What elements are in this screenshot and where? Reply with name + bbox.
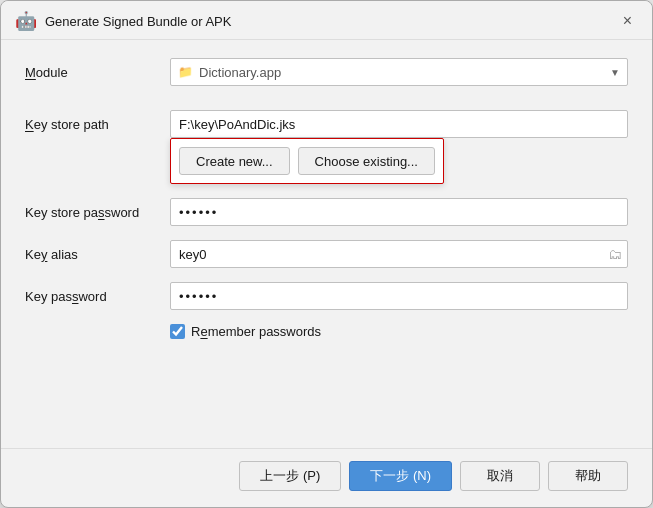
create-new-button[interactable]: Create new... xyxy=(179,147,290,175)
choose-existing-button[interactable]: Choose existing... xyxy=(298,147,435,175)
close-button[interactable]: × xyxy=(617,11,638,31)
remember-passwords-row: Remember passwords xyxy=(170,324,628,339)
title-bar-left: 🤖 Generate Signed Bundle or APK xyxy=(15,12,231,30)
dialog-title: Generate Signed Bundle or APK xyxy=(45,14,231,29)
cancel-button[interactable]: 取消 xyxy=(460,461,540,491)
next-button[interactable]: 下一步 (N) xyxy=(349,461,452,491)
prev-button[interactable]: 上一步 (P) xyxy=(239,461,341,491)
title-bar: 🤖 Generate Signed Bundle or APK × xyxy=(1,1,652,40)
key-password-label: Key password xyxy=(25,289,170,304)
keystore-password-input[interactable] xyxy=(170,198,628,226)
key-password-row: Key password xyxy=(25,282,628,310)
module-select-wrapper: 📁 Dictionary.app ▼ xyxy=(170,58,628,86)
key-alias-wrapper: 🗂 xyxy=(170,240,628,268)
dialog-content: Module 📁 Dictionary.app ▼ Key store path xyxy=(1,40,652,448)
help-button[interactable]: 帮助 xyxy=(548,461,628,491)
remember-passwords-label[interactable]: Remember passwords xyxy=(191,324,321,339)
keystore-path-input[interactable] xyxy=(170,110,628,138)
keystore-path-label: Key store path xyxy=(25,117,170,132)
keystore-buttons-container: Create new... Choose existing... xyxy=(170,138,444,184)
key-password-input[interactable] xyxy=(170,282,628,310)
key-alias-row: Key alias 🗂 xyxy=(25,240,628,268)
keystore-buttons-row: Create new... Choose existing... xyxy=(25,138,628,184)
android-icon: 🤖 xyxy=(15,12,37,30)
module-select[interactable]: Dictionary.app xyxy=(170,58,628,86)
keystore-path-row: Key store path xyxy=(25,110,628,138)
key-alias-label: Key alias xyxy=(25,247,170,262)
generate-signed-dialog: 🤖 Generate Signed Bundle or APK × Module… xyxy=(0,0,653,508)
key-alias-folder-icon: 🗂 xyxy=(608,246,622,262)
dialog-footer: 上一步 (P) 下一步 (N) 取消 帮助 xyxy=(1,448,652,507)
module-row: Module 📁 Dictionary.app ▼ xyxy=(25,58,628,86)
keystore-password-label: Key store password xyxy=(25,205,170,220)
keystore-password-row: Key store password xyxy=(25,198,628,226)
key-alias-browse-button[interactable]: 🗂 xyxy=(606,244,624,264)
key-alias-input[interactable] xyxy=(170,240,628,268)
module-label: Module xyxy=(25,65,170,80)
remember-passwords-checkbox[interactable] xyxy=(170,324,185,339)
